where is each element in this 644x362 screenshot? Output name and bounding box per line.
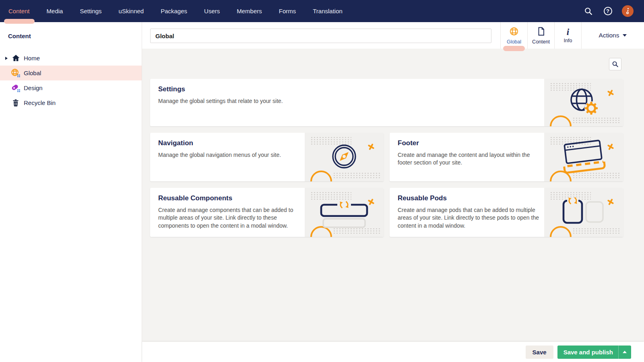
card-footer[interactable]: Footer Create and manage the content and… [390,133,623,181]
topnav-label: Media [47,8,63,14]
document-icon [536,27,546,38]
topnav-label: Content [8,8,30,14]
topnav-label: Forms [279,8,296,14]
topnav-label: Translation [313,8,343,14]
save-and-publish-button[interactable]: Save and publish [557,346,631,359]
save-and-publish-label: Save and publish [557,349,618,356]
globe-icon [509,27,519,38]
topnav-label: Packages [161,8,187,14]
active-nav-indicator [4,19,35,24]
tree-item-label: Global [24,70,41,76]
card-title: Reusable Pods [398,194,539,202]
card-title: Settings [158,85,539,93]
avatar[interactable] [622,5,634,17]
globe-gear-icon [566,86,601,119]
content-tree-sidebar: Content Home Global [0,22,142,362]
save-button[interactable]: Save [526,346,553,359]
active-tab-indicator [503,46,525,51]
tree-item-home[interactable]: Home [0,51,142,66]
editor-tabs: Global Content i Info Actions [500,22,644,49]
publish-options-toggle[interactable] [618,346,631,359]
globe-gear-illustration [544,79,623,126]
tree-item-label: Home [24,55,40,62]
help-icon[interactable]: ? [603,6,613,16]
card-description: Manage the global navigation menus of yo… [158,151,300,159]
topnav-item-forms[interactable]: Forms [270,0,305,22]
card-description: Manage the global settings that relate t… [158,97,539,105]
design-icon [10,83,21,93]
search-icon[interactable] [583,6,594,16]
topnav-item-users[interactable]: Users [196,0,228,22]
pod-sync-icon [559,195,608,230]
card-reusable-components[interactable]: Reusable Components Create and manage co… [150,188,384,237]
tab-label: Content [532,39,550,45]
browser-footer-illustration [544,133,623,181]
pod-sync-illustration [544,188,623,237]
globe-icon [10,68,21,78]
grid-search-button[interactable] [609,58,621,70]
card-description: Create and manage components that can be… [158,206,300,230]
content-tree: Home Global [0,51,142,110]
topnav-item-media[interactable]: Media [38,0,72,22]
tree-item-label: Design [24,84,43,91]
sparkle-icon [607,89,614,98]
card-title: Navigation [158,139,300,147]
chevron-up-icon [623,351,627,353]
orange-ring-decoration [310,171,332,181]
topnav-item-packages[interactable]: Packages [152,0,196,22]
compass-illustration [305,133,384,181]
topnav-right-cluster: ? [583,5,644,17]
topnav-item-translation[interactable]: Translation [304,0,351,22]
document-name-input[interactable] [150,29,491,43]
home-icon [10,53,21,63]
component-sync-icon [318,194,370,231]
topnav-item-members[interactable]: Members [228,0,270,22]
card-reusable-pods[interactable]: Reusable Pods Create and manage pods tha… [390,188,623,237]
topnav-label: Members [237,8,262,14]
expand-caret-icon[interactable] [3,57,10,60]
card-description: Create and manage the content and layout… [398,151,539,167]
topnav-item-uskinned[interactable]: uSkinned [110,0,153,22]
tree-item-label: Recycle Bin [24,99,56,106]
compass-icon [331,143,357,171]
dot-pattern [333,172,380,179]
topnav-label: uSkinned [119,8,144,14]
card-navigation[interactable]: Navigation Manage the global navigation … [150,133,384,181]
tree-item-recycle-bin[interactable]: Recycle Bin [0,95,142,110]
top-navigation: Content Media Settings uSkinned Packages… [0,0,644,22]
card-description: Create and manage pods that can be added… [398,206,539,230]
actions-dropdown[interactable]: Actions [581,22,644,49]
tab-label: Info [564,38,572,43]
info-icon: i [567,28,569,37]
card-settings[interactable]: Settings Manage the global settings that… [150,79,623,126]
topnav-item-content[interactable]: Content [0,0,38,22]
content-card-grid: Settings Manage the global settings that… [150,79,623,237]
editor-content-area: Settings Manage the global settings that… [142,49,644,342]
tab-info[interactable]: i Info [554,22,581,49]
tab-global[interactable]: Global [500,22,527,49]
editor-header: Global Content i Info Actions [142,22,644,49]
topnav-item-settings[interactable]: Settings [71,0,110,22]
sparkle-icon [367,143,375,152]
topnav-label: Users [204,8,220,14]
browser-footer-icon [559,137,609,177]
sidebar-heading: Content [8,33,142,39]
card-title: Footer [398,139,539,147]
tab-label: Global [507,39,521,45]
tree-item-design[interactable]: Design [0,80,142,95]
chevron-down-icon [623,34,627,37]
tree-item-global[interactable]: Global [0,66,142,80]
actions-label: Actions [599,32,619,39]
component-sync-illustration [305,188,384,237]
editor-footer-bar: Save Save and publish [142,342,644,362]
trash-icon [10,98,21,108]
umbraco-backoffice: Content Media Settings uSkinned Packages… [0,0,644,362]
tab-content[interactable]: Content [527,22,554,49]
card-title: Reusable Components [158,194,300,202]
sparkle-icon [607,198,614,207]
topnav-label: Settings [80,8,101,14]
